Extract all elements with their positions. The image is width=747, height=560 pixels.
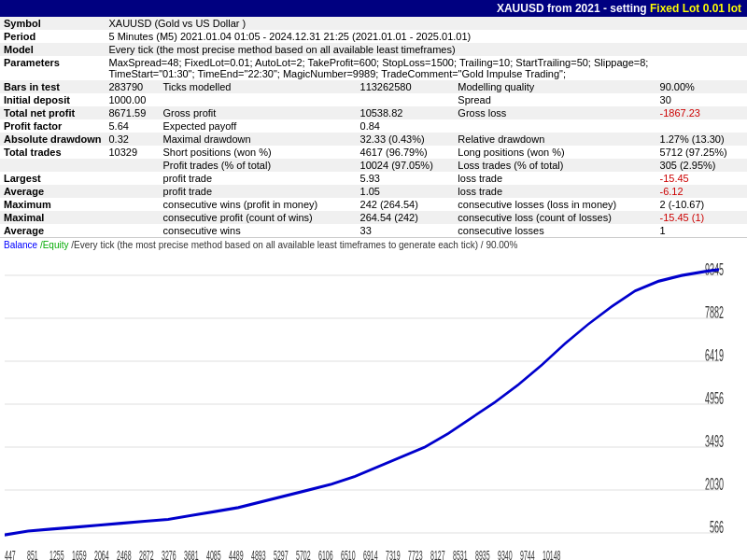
- value-average-empty: [106, 185, 160, 198]
- value-maximum-empty: [106, 198, 160, 211]
- svg-text:6914: 6914: [363, 549, 378, 560]
- label-modelling: Modelling quality: [454, 80, 655, 93]
- value-deposit: 1000.00: [106, 93, 160, 106]
- label-long-pos: Long positions (won %): [454, 146, 655, 159]
- value-maximal-empty: [106, 211, 160, 224]
- legend-description: /Every tick (the most precise method bas…: [71, 240, 517, 250]
- value-maximal-cons-loss: -15.45 (1): [656, 211, 747, 224]
- table-row: Model Every tick (the most precise metho…: [0, 43, 747, 56]
- svg-text:1659: 1659: [72, 549, 87, 560]
- svg-text:2468: 2468: [117, 549, 132, 560]
- table-row: Absolute drawdown 0.32 Maximal drawdown …: [0, 133, 747, 146]
- svg-text:3276: 3276: [162, 549, 176, 560]
- legend-equity: /Equity: [40, 240, 71, 250]
- svg-text:6106: 6106: [318, 549, 333, 560]
- svg-text:447: 447: [5, 549, 16, 560]
- svg-text:9340: 9340: [498, 549, 513, 560]
- svg-text:7723: 7723: [408, 549, 423, 560]
- value-abs-drawdown: 0.32: [106, 133, 160, 146]
- chart-container: Balance /Equity /Every tick (the most pr…: [0, 237, 747, 560]
- svg-text:4489: 4489: [229, 549, 244, 560]
- label-maximal-cons-loss: consecutive loss (count of losses): [454, 211, 655, 224]
- value-expected-payoff: 0.84: [357, 119, 455, 133]
- label-avg-profit: profit trade: [160, 185, 357, 198]
- value-bars: 283790: [106, 80, 160, 93]
- value-loss-trades: 305 (2.95%): [656, 159, 747, 172]
- svg-text:4893: 4893: [251, 549, 266, 560]
- legend-balance: Balance: [4, 240, 40, 250]
- value-max-cons-wins: 242 (264.54): [357, 198, 455, 211]
- svg-text:2872: 2872: [139, 549, 154, 560]
- label-period: Period: [0, 30, 106, 43]
- svg-text:7319: 7319: [386, 549, 401, 560]
- value-spread: 30: [656, 93, 747, 106]
- label-symbol: Symbol: [0, 17, 106, 30]
- value-net-profit: 8671.59: [106, 106, 160, 119]
- label-gross-profit: Gross profit: [160, 106, 357, 119]
- label-abs-drawdown: Absolute drawdown: [0, 133, 106, 146]
- value-largest-empty: [106, 172, 160, 185]
- value-gross-loss: -1867.23: [656, 106, 747, 119]
- value-avg-cons-losses: 1: [656, 224, 747, 237]
- value-short-pos: 4617 (96.79%): [357, 146, 455, 159]
- label-max-drawdown: Maximal drawdown: [160, 133, 357, 146]
- value-total-trades: 10329: [106, 146, 160, 159]
- label-gross-loss: Gross loss: [454, 106, 655, 119]
- label-max-cons-wins: consecutive wins (profit in money): [160, 198, 357, 211]
- label-short-pos: Short positions (won %): [160, 146, 357, 159]
- table-row: Profit factor 5.64 Expected payoff 0.84: [0, 119, 747, 133]
- value-empty1: [656, 119, 747, 133]
- table-row: Maximum consecutive wins (profit in mone…: [0, 198, 747, 211]
- main-container: XAUUSD from 2021 - setting Fixed Lot 0.0…: [0, 0, 747, 560]
- svg-text:3681: 3681: [184, 549, 199, 560]
- report-title: XAUUSD from 2021 - setting Fixed Lot 0.0…: [0, 0, 747, 17]
- value-avg-cons-wins: 33: [357, 224, 455, 237]
- svg-text:5297: 5297: [274, 549, 289, 560]
- value-spread-empty: [357, 93, 455, 106]
- table-row: Initial deposit 1000.00 Spread 30: [0, 93, 747, 106]
- value-ticks: 113262580: [357, 80, 455, 93]
- value-parameters: MaxSpread=48; FixedLot=0.01; AutoLot=2; …: [106, 56, 748, 80]
- svg-rect-0: [0, 252, 747, 560]
- table-row: Average consecutive wins 33 consecutive …: [0, 224, 747, 237]
- table-row: Profit trades (% of total) 10024 (97.05%…: [0, 159, 747, 172]
- label-profit-factor: Profit factor: [0, 119, 106, 133]
- svg-text:10148: 10148: [543, 549, 560, 560]
- svg-text:566: 566: [710, 518, 724, 537]
- label-rel-drawdown: Relative drawdown: [454, 133, 655, 146]
- title-highlight: Fixed Lot 0.01 lot: [650, 2, 741, 15]
- svg-text:1255: 1255: [49, 549, 64, 560]
- label-empty1: [454, 119, 655, 133]
- value-empty2: [106, 159, 160, 172]
- label-maximal-cons-profit: consecutive profit (count of wins): [160, 211, 357, 224]
- svg-text:4085: 4085: [206, 549, 221, 560]
- svg-text:3493: 3493: [705, 432, 724, 451]
- table-row: Total trades 10329 Short positions (won …: [0, 146, 747, 159]
- label-maximal: Maximal: [0, 211, 106, 224]
- value-model: Every tick (the most precise method base…: [106, 43, 748, 56]
- svg-text:8531: 8531: [453, 549, 468, 560]
- label-largest-profit: profit trade: [160, 172, 357, 185]
- label-avg-cons-losses: consecutive losses: [454, 224, 655, 237]
- table-row: Largest profit trade 5.93 loss trade -15…: [0, 172, 747, 185]
- svg-text:6510: 6510: [341, 549, 356, 560]
- svg-text:6419: 6419: [705, 346, 724, 365]
- table-row: Average profit trade 1.05 loss trade -6.…: [0, 185, 747, 198]
- label-ticks: Ticks modelled: [160, 80, 357, 93]
- label-max-cons-losses: consecutive losses (loss in money): [454, 198, 655, 211]
- label-avg-loss: loss trade: [454, 185, 655, 198]
- label-avg-cons-wins: consecutive wins: [160, 224, 357, 237]
- label-profit-trades: Profit trades (% of total): [160, 159, 357, 172]
- table-row: Bars in test 283790 Ticks modelled 11326…: [0, 80, 747, 93]
- svg-text:5702: 5702: [296, 549, 311, 560]
- label-average: Average: [0, 185, 106, 198]
- title-prefix: XAUUSD from 2021 - setting: [497, 2, 650, 15]
- value-largest-loss: -15.45: [656, 172, 747, 185]
- chart-legend: Balance /Equity /Every tick (the most pr…: [0, 238, 747, 252]
- label-largest-loss: loss trade: [454, 172, 655, 185]
- svg-text:8127: 8127: [430, 549, 445, 560]
- label-parameters: Parameters: [0, 56, 106, 80]
- label-bars: Bars in test: [0, 80, 106, 93]
- label-total-trades: Total trades: [0, 146, 106, 159]
- value-avg-loss: -6.12: [656, 185, 747, 198]
